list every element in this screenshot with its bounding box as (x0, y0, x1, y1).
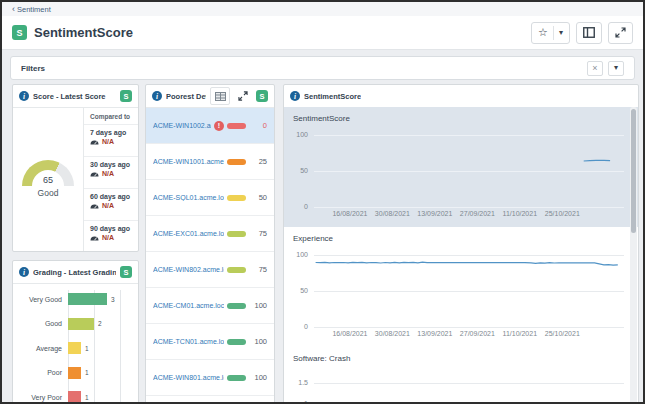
poorest-devices-panel: i Poorest Devices - S ACME-WIN1002.acme.… (145, 84, 275, 404)
grading-bar (68, 367, 81, 379)
filters-label: Filters (21, 64, 45, 73)
grading-value: 3 (111, 296, 115, 303)
chart-line (314, 241, 624, 329)
compared-row: 60 days agoN/A (84, 189, 138, 221)
star-icon[interactable]: ☆ (538, 27, 548, 38)
chart-line (314, 361, 624, 404)
compared-header: Compared to (84, 108, 138, 125)
compared-rows: 7 days agoN/A30 days agoN/A60 days agoN/… (84, 125, 138, 252)
chevron-down-icon[interactable]: ▾ (559, 29, 563, 37)
device-score: 100 (249, 373, 267, 382)
device-row[interactable]: ACME-EXC01.acme.local75 (146, 216, 274, 252)
layout-columns-icon (583, 27, 595, 38)
x-axis-tick-label: 13/09/2021 (413, 330, 457, 337)
grading-category-label: Very Good (13, 296, 68, 303)
device-score: 50 (249, 193, 267, 202)
grid-icon (215, 92, 226, 101)
device-score: 100 (249, 301, 267, 310)
device-link[interactable]: ACME-EXC01.acme.local (153, 230, 224, 237)
device-row[interactable]: ACME-TCN01.acme.local100 (146, 324, 274, 360)
x-axis-tick-label: 11/10/2021 (498, 210, 542, 217)
device-link[interactable]: ACME-WIN801.acme.loc... (153, 374, 224, 381)
expand-button[interactable] (608, 22, 633, 44)
alert-icon: ! (214, 121, 224, 131)
device-link[interactable]: ACME-WIN1002.acme.l... (153, 122, 211, 129)
grading-row: Average1 (13, 336, 138, 361)
charts-scrollbar[interactable] (630, 107, 637, 404)
device-link[interactable]: ACME-CM01.acme.local (153, 302, 224, 309)
device-row[interactable]: ACME-WIN802.acme.loc...75 (146, 252, 274, 288)
device-row[interactable]: ACME-CM01.acme.local100 (146, 288, 274, 324)
x-axis-tick-label: 25/10/2021 (540, 330, 584, 337)
grading-row: Very Good3 (13, 287, 138, 312)
info-icon[interactable]: i (152, 91, 162, 101)
device-link[interactable]: ACME-WIN802.acme.loc... (153, 266, 224, 273)
grading-bar (68, 342, 81, 354)
x-axis-tick-label: 25/10/2021 (540, 210, 584, 217)
device-link[interactable]: ACME-SQL01.acme.local (153, 194, 224, 201)
score-pill-icon (227, 123, 246, 129)
y-axis-tick-label: 100 (284, 131, 308, 138)
score-panel-header: i Score - Latest Score S (13, 85, 138, 108)
expand-icon (615, 27, 626, 38)
info-icon[interactable]: i (290, 91, 300, 101)
clear-filters-button[interactable]: × (587, 61, 603, 76)
grading-bar (68, 318, 94, 330)
grading-category-label: Very Poor (13, 394, 68, 401)
page-title: SentimentScore (34, 25, 133, 40)
device-link[interactable]: ACME-TCN01.acme.local (153, 338, 224, 345)
x-axis-tick-label: 16/08/2021 (328, 210, 372, 217)
compared-period: 90 days ago (90, 225, 132, 232)
device-list: ACME-WIN1002.acme.l...!0ACME-WIN1001.acm… (146, 108, 274, 396)
compared-row: 90 days agoN/A (84, 221, 138, 252)
charts-panel: i SentimentScore SentimentScore10050016/… (283, 84, 639, 404)
gauge-grade-label: Good (38, 188, 59, 198)
grading-category-label: Good (13, 320, 68, 327)
gauge-icon (90, 171, 99, 177)
layout-button[interactable] (576, 22, 602, 44)
chart-experience: Experience10050016/08/202130/08/202113/0… (284, 227, 638, 347)
chart-software-crash: Software: Crash1.51 (284, 347, 638, 404)
filters-collapse-button[interactable]: ▾ (608, 61, 624, 76)
grading-value: 1 (85, 369, 89, 376)
grading-panel-title: Grading - Latest Grading (33, 268, 116, 277)
info-icon[interactable]: i (19, 267, 29, 277)
expand-icon (238, 91, 248, 101)
compared-period: 7 days ago (90, 129, 132, 136)
compared-na-value: N/A (102, 202, 114, 209)
dashboard-window: ‹ Sentiment S SentimentScore ☆ ▾ (0, 0, 645, 404)
breadcrumb-label[interactable]: Sentiment (17, 5, 51, 14)
compared-value: N/A (90, 138, 132, 145)
expand-widget-button[interactable] (234, 88, 252, 104)
chart-sentimentscore: SentimentScore10050016/08/202130/08/2021… (284, 107, 638, 227)
info-icon[interactable]: i (19, 91, 29, 101)
grading-row: Very Poor1 (13, 385, 138, 404)
grading-category-label: Poor (13, 369, 68, 376)
device-link[interactable]: ACME-WIN1001.acme.l... (153, 158, 224, 165)
score-pill-icon (227, 159, 246, 165)
favorite-split-button[interactable]: ☆ ▾ (531, 22, 570, 44)
compared-na-value: N/A (102, 170, 114, 177)
compared-row: 7 days agoN/A (84, 125, 138, 157)
y-axis-tick-label: 1.5 (284, 379, 308, 386)
device-row[interactable]: ACME-WIN1001.acme.l...25 (146, 144, 274, 180)
device-row[interactable]: ACME-WIN801.acme.loc...100 (146, 360, 274, 396)
breadcrumb[interactable]: ‹ Sentiment (2, 2, 643, 17)
device-score: 75 (249, 265, 267, 274)
grading-value: 1 (85, 394, 89, 401)
filters-bar[interactable]: Filters × ▾ (10, 56, 635, 80)
x-axis-tick-label: 27/09/2021 (455, 330, 499, 337)
scrollbar-thumb[interactable] (631, 109, 636, 233)
device-score: 100 (249, 337, 267, 346)
compared-value: N/A (90, 234, 132, 241)
table-view-button[interactable] (210, 87, 230, 105)
back-chevron-icon: ‹ (12, 5, 15, 14)
compared-period: 30 days ago (90, 161, 132, 168)
sentiment-badge-icon: S (256, 90, 268, 102)
grading-chart: Very Good3Good2Average1Poor1Very Poor1 (13, 284, 138, 404)
x-axis-tick-label: 27/09/2021 (455, 210, 499, 217)
compared-value: N/A (90, 202, 132, 209)
device-row[interactable]: ACME-SQL01.acme.local50 (146, 180, 274, 216)
device-row[interactable]: ACME-WIN1002.acme.l...!0 (146, 108, 274, 144)
y-axis-tick-label: 50 (284, 167, 308, 174)
